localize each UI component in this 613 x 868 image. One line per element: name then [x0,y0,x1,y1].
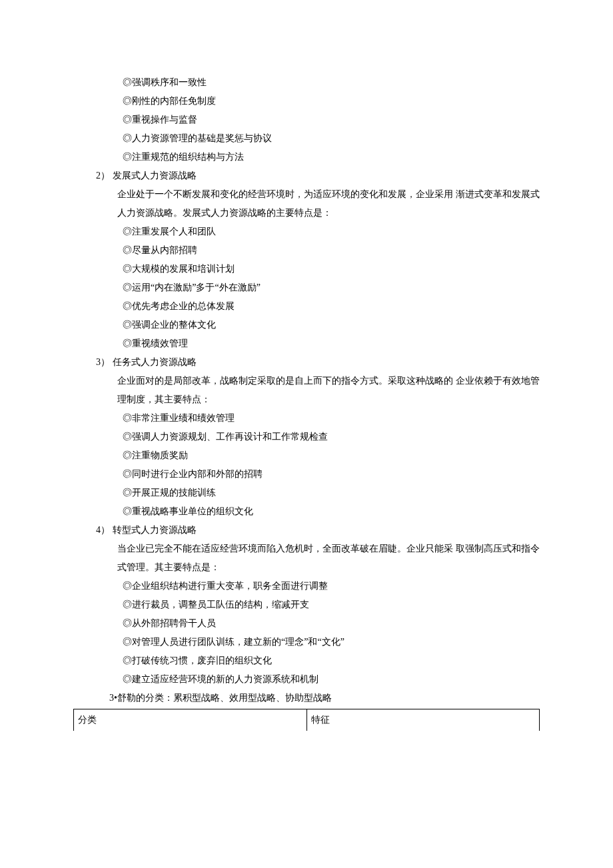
bullet-item: ◎注重发展个人和团队 [123,222,540,241]
bullet-item: ◎大规模的发展和培训计划 [123,260,540,278]
bullet-item: ◎尽量从内部招聘 [123,241,540,260]
summary-line: 3•舒勒的分类：累积型战略、效用型战略、协助型战略 [73,689,540,707]
bullet-item: ◎同时进行企业内部和外部的招聘 [123,465,540,484]
bullet-item: ◎建立适应经营环境的新的人力资源系统和机制 [123,670,540,689]
section-2-intro: 企业处于一个不断发展和变化的经营环境时，为适应环境的变化和发展，企业采用 渐进式… [73,185,540,222]
section-4-intro: 当企业已完全不能在适应经营环境而陷入危机时，全面改革破在眉睫。企业只能采 取强制… [73,540,540,577]
bullet-item: ◎对管理人员进行团队训练，建立新的“理念”和“文化” [123,633,540,651]
bullet-item: ◎运用“内在激励”多于“外在激励” [123,278,540,297]
section-3-bullets: ◎非常注重业绩和绩效管理 ◎强调人力资源规划、工作再设计和工作常规检查 ◎注重物… [73,409,540,521]
document-page: ◎强调秩序和一致性 ◎刚性的内部任免制度 ◎重视操作与监督 ◎人力资源管理的基础… [0,0,613,731]
bullet-item: ◎开展正规的技能训练 [123,484,540,502]
bullet-item: ◎注重规范的组织结构与方法 [123,148,540,167]
bullet-item: ◎重视战略事业单位的组织文化 [123,502,540,521]
section-3-intro: 企业面对的是局部改革，战略制定采取的是自上而下的指令方式。采取这种战略的 企业依… [73,372,540,409]
section-2-heading: 2） 发展式人力资源战略 [73,167,540,185]
bullet-item: ◎重视操作与监督 [123,111,540,129]
section-3-heading: 3） 任务式人力资源战略 [73,353,540,372]
bullet-item: ◎非常注重业绩和绩效管理 [123,409,540,428]
bullet-item: ◎优先考虑企业的总体发展 [123,297,540,316]
section-4-heading: 4） 转型式人力资源战略 [73,521,540,540]
bullet-item: ◎打破传统习惯，废弃旧的组织文化 [123,651,540,670]
table-row: 分类 特征 [74,709,540,731]
bullet-item: ◎从外部招聘骨干人员 [123,614,540,633]
bullet-item: ◎注重物质奖励 [123,446,540,465]
bullet-item: ◎企业组织结构进行重大变革，职务全面进行调整 [123,577,540,596]
bullet-item: ◎重视绩效管理 [123,334,540,353]
table-header-feature: 特征 [306,709,540,731]
section-2-bullets: ◎注重发展个人和团队 ◎尽量从内部招聘 ◎大规模的发展和培训计划 ◎运用“内在激… [73,222,540,353]
bullet-item: ◎进行裁员，调整员工队伍的结构，缩减开支 [123,596,540,614]
bullet-item: ◎人力资源管理的基础是奖惩与协议 [123,129,540,148]
bullet-item: ◎强调人力资源规划、工作再设计和工作常规检查 [123,428,540,446]
section-4-bullets: ◎企业组织结构进行重大变革，职务全面进行调整 ◎进行裁员，调整员工队伍的结构，缩… [73,577,540,689]
bullet-item: ◎强调秩序和一致性 [123,73,540,92]
table-header-category: 分类 [74,709,307,731]
classification-table: 分类 特征 [73,709,540,731]
section-1-bullets: ◎强调秩序和一致性 ◎刚性的内部任免制度 ◎重视操作与监督 ◎人力资源管理的基础… [73,73,540,167]
bullet-item: ◎强调企业的整体文化 [123,316,540,334]
bullet-item: ◎刚性的内部任免制度 [123,92,540,111]
